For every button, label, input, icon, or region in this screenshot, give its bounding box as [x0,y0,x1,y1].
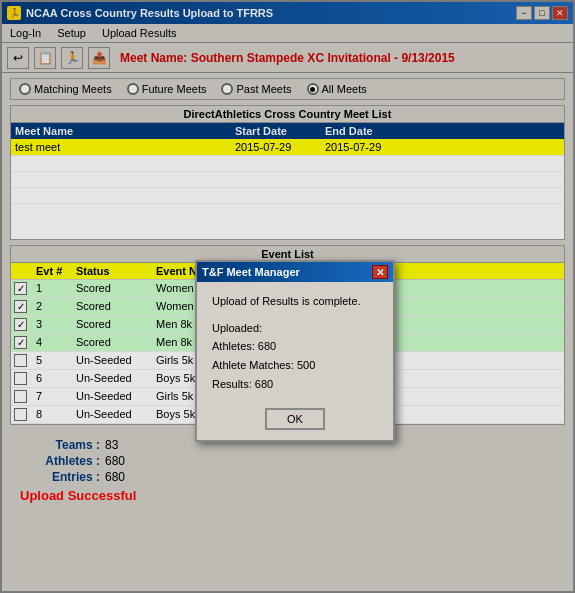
modal-title: T&F Meet Manager [202,266,300,278]
modal-content: Upload of Results is complete. Uploaded:… [197,282,393,403]
modal-dialog: T&F Meet Manager ✕ Upload of Results is … [195,260,395,442]
modal-overlay: T&F Meet Manager ✕ Upload of Results is … [0,0,575,593]
modal-results-line: Results: 680 [212,375,378,394]
modal-close-button[interactable]: ✕ [372,265,388,279]
modal-message-line1: Upload of Results is complete. [212,292,378,311]
ok-button[interactable]: OK [265,408,325,430]
modal-matches-line: Athlete Matches: 500 [212,356,378,375]
modal-ok-row: OK [197,403,393,440]
modal-message-line2: Uploaded: [212,319,378,338]
modal-title-bar: T&F Meet Manager ✕ [197,262,393,282]
modal-athletes-line: Athletes: 680 [212,337,378,356]
